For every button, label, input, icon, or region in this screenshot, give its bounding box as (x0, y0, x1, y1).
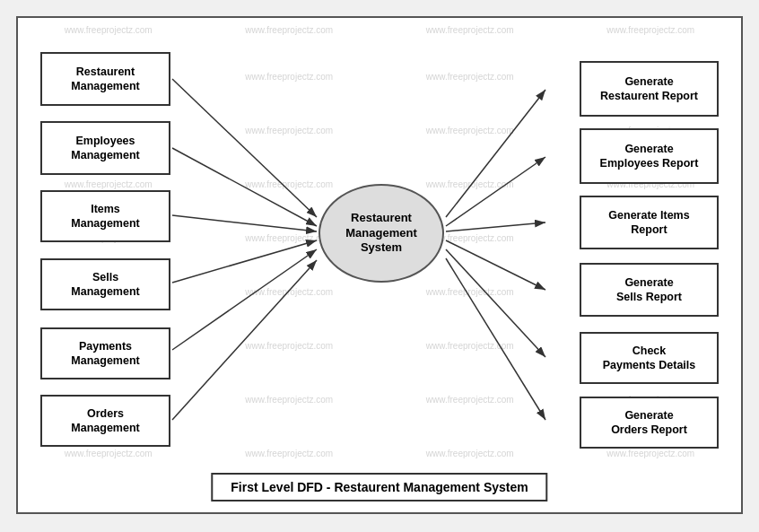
svg-line-1 (172, 79, 317, 217)
box-check-payments-details: CheckPayments Details (580, 332, 719, 384)
box-sells-management: SellsManagement (40, 258, 170, 310)
box-items-management: ItemsManagement (40, 190, 170, 242)
svg-line-9 (446, 222, 545, 231)
svg-line-4 (172, 240, 317, 283)
box-generate-restaurant-report: GenerateRestaurent Report (580, 61, 719, 117)
box-employees-management: EmployeesManagement (40, 121, 170, 175)
box-payments-management: PaymentsManagement (40, 327, 170, 379)
box-generate-items-report: Generate ItemsReport (580, 196, 719, 249)
diagram-caption: First Level DFD - Restaurent Management … (211, 473, 547, 501)
svg-line-2 (172, 148, 317, 226)
box-restaurant-management: RestaurentManagement (40, 52, 170, 106)
center-circle: RestaurentManagementSystem (318, 184, 444, 283)
box-generate-orders-report: GenerateOrders Report (580, 397, 719, 449)
diagram-container: www.freeprojectz.comwww.freeprojectz.com… (16, 16, 743, 514)
svg-line-6 (172, 260, 317, 420)
svg-line-5 (172, 249, 317, 350)
box-generate-sells-report: GenerateSells Report (580, 263, 719, 317)
box-orders-management: OrdersManagement (40, 395, 170, 447)
svg-line-7 (446, 90, 545, 217)
box-generate-employees-report: GenerateEmployees Report (580, 128, 719, 184)
svg-line-3 (172, 215, 317, 231)
svg-line-8 (446, 157, 545, 226)
